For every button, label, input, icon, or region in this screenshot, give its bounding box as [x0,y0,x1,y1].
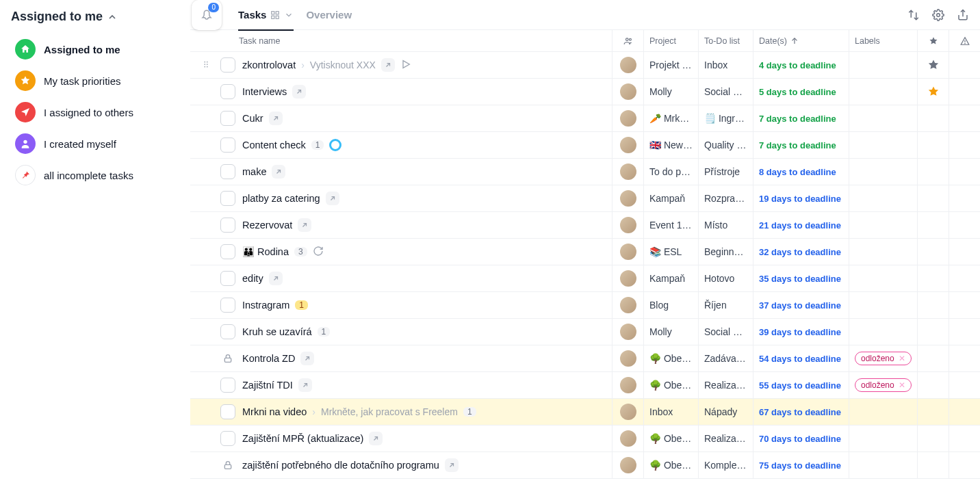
task-name[interactable]: Zajištní TDI [242,380,293,391]
todo-cell[interactable]: Inbox [698,52,753,78]
assignee-cell[interactable] [612,105,643,131]
task-checkbox[interactable] [220,218,235,233]
warning-cell[interactable] [949,212,980,238]
task-name[interactable]: platby za catering [242,193,320,204]
todo-cell[interactable]: Social m… [698,79,753,105]
task-checkbox[interactable] [220,298,235,313]
open-link-icon[interactable] [300,352,314,365]
project-cell[interactable]: To do př… [643,159,698,185]
todo-cell[interactable]: Komplet… [698,452,753,478]
col-star[interactable] [917,30,949,51]
todo-cell[interactable]: Říjen [698,292,753,318]
assignee-cell[interactable] [612,52,643,78]
todo-cell[interactable]: Rozprac… [698,185,753,211]
todo-cell[interactable]: Social m… [698,319,753,345]
col-task-name[interactable]: Task name [239,30,612,51]
assignee-cell[interactable] [612,319,643,345]
task-name[interactable]: Content check [242,140,306,150]
open-link-icon[interactable] [269,112,283,125]
todo-cell[interactable]: Hotovo [698,265,753,291]
task-checkbox[interactable] [220,404,235,419]
labels-cell[interactable] [849,292,917,318]
todo-cell[interactable]: Beginne… [698,239,753,265]
col-assignee[interactable] [612,30,643,51]
todo-cell[interactable]: Nápady [698,399,753,425]
sidebar-title[interactable]: Assigned to me [11,10,182,24]
assignee-cell[interactable] [612,452,643,478]
star-cell[interactable] [917,239,949,265]
task-name[interactable]: Rezervovat [242,220,292,231]
todo-cell[interactable]: Realizac… [698,425,753,451]
assignee-cell[interactable] [612,372,643,398]
assignee-cell[interactable] [612,239,643,265]
task-checkbox[interactable] [220,57,235,73]
todo-cell[interactable]: Quality … [698,132,753,158]
table-row[interactable]: InterviewsMollySocial m…5 days to deadli… [190,79,980,105]
table-row[interactable]: Cukr🥕 Mrkv…🗒️ Ingre…7 days to deadline [190,105,980,132]
remove-label-icon[interactable]: ✕ [899,354,905,363]
warning-cell[interactable] [949,265,980,291]
warning-cell[interactable] [949,79,980,105]
col-dates[interactable]: Date(s) [753,30,849,51]
warning-cell[interactable] [949,185,980,211]
table-row[interactable]: Kruh se uzavírá1MollySocial m…39 days to… [190,319,980,345]
table-row[interactable]: makeTo do př…Přístroje8 days to deadline [190,159,980,185]
project-cell[interactable]: 📚 ESL [643,239,698,265]
assignee-cell[interactable] [612,185,643,211]
task-checkbox[interactable] [220,111,235,126]
warning-cell[interactable] [949,399,980,425]
task-name[interactable]: make [242,166,266,177]
open-link-icon[interactable] [381,58,395,72]
warning-cell[interactable] [949,425,980,451]
table-row[interactable]: Content check1🇬🇧 New …Quality …7 days to… [190,132,980,159]
warning-cell[interactable] [949,319,980,345]
warning-cell[interactable] [949,52,980,78]
project-cell[interactable]: 🇬🇧 New … [643,132,698,158]
project-cell[interactable]: Inbox [643,399,698,425]
open-link-icon[interactable] [445,458,459,472]
labels-cell[interactable]: odloženo✕ [849,372,917,398]
task-name[interactable]: Interviews [242,86,287,97]
open-link-icon[interactable] [298,378,312,392]
remove-label-icon[interactable]: ✕ [899,380,905,390]
table-row[interactable]: platby za cateringKampaňRozprac…19 days … [190,185,980,212]
open-link-icon[interactable] [298,218,311,232]
project-cell[interactable]: Event 10… [643,212,698,238]
tab-overview[interactable]: Overview [306,0,352,30]
project-cell[interactable]: Kampaň [643,265,698,291]
table-row[interactable]: Mrkni na video›Mrkněte, jak pracovat s F… [190,399,980,425]
star-cell[interactable] [917,52,949,78]
assignee-cell[interactable] [612,292,643,318]
assignee-cell[interactable] [612,399,643,425]
task-checkbox[interactable] [220,244,235,259]
table-row[interactable]: edityKampaňHotovo35 days to deadline [190,265,980,292]
task-checkbox[interactable] [220,271,235,286]
task-name[interactable]: Kruh se uzavírá [242,326,312,337]
task-checkbox[interactable] [220,324,235,339]
labels-cell[interactable] [849,319,917,345]
open-link-icon[interactable] [369,432,383,445]
labels-cell[interactable] [849,265,917,291]
table-row[interactable]: 👪 Rodina3📚 ESLBeginne…32 days to deadlin… [190,239,980,265]
star-cell[interactable] [917,265,949,291]
star-cell[interactable] [917,372,949,398]
label-pill[interactable]: odloženo✕ [855,352,912,365]
sort-button[interactable] [906,8,921,23]
drag-handle-icon[interactable] [201,60,214,71]
task-checkbox[interactable] [220,378,235,393]
labels-cell[interactable] [849,132,917,158]
settings-button[interactable] [931,8,946,23]
open-link-icon[interactable] [292,85,306,99]
project-cell[interactable]: 🌳 Obec … [643,452,698,478]
star-cell[interactable] [917,185,949,211]
col-todo[interactable]: To-Do list [698,30,753,51]
labels-cell[interactable] [849,239,917,265]
col-labels[interactable]: Labels [849,30,917,51]
warning-cell[interactable] [949,372,980,398]
labels-cell[interactable] [849,159,917,185]
task-checkbox[interactable] [220,137,235,153]
assignee-cell[interactable] [612,159,643,185]
task-name[interactable]: edity [242,273,263,284]
sidebar-item-2[interactable]: I assigned to others [11,98,182,127]
project-cell[interactable]: Molly [643,79,698,105]
